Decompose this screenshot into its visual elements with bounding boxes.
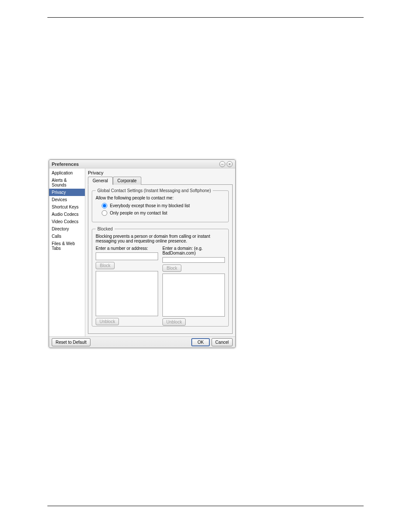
blocked-legend: Blocked [96,227,115,231]
cancel-button[interactable]: Cancel [212,338,233,346]
sidebar-item-files-web-tabs[interactable]: Files & Web Tabs [49,240,85,252]
blocked-columns: Enter a number or address: Block Unblock [96,246,225,325]
dialog-title: Preferences [52,162,218,167]
blocked-number-column: Enter a number or address: Block Unblock [96,246,158,325]
preferences-dialog: Preferences – × Application Alerts & Sou… [49,159,236,348]
blocked-domains-list[interactable] [162,274,225,317]
blocked-domain-column: Enter a domain: (e.g. BadDomain.com) Blo… [162,246,225,325]
dialog-button-bar: Reset to Default OK Cancel [49,336,235,348]
ok-button[interactable]: OK [191,338,209,346]
global-contact-legend: Global Contact Settings (Instant Messagi… [96,188,213,193]
tab-general[interactable]: General [88,177,113,185]
domain-label: Enter a domain: (e.g. BadDomain.com) [162,246,225,255]
radio-everybody[interactable]: Everybody except those in my blocked lis… [102,203,225,208]
blocked-settings: Blocked Blocking prevents a person or do… [92,227,229,327]
tab-content: Global Contact Settings (Instant Messagi… [88,185,233,334]
radio-only-contacts[interactable]: Only people on my contact list [102,210,225,216]
unblock-domain-button[interactable]: Unblock [162,318,186,326]
allow-prompt: Allow the following people to contact me… [96,196,225,200]
sidebar-item-calls[interactable]: Calls [49,233,85,240]
reset-to-default-button[interactable]: Reset to Default [52,338,90,346]
sidebar: Application Alerts & Sounds Privacy Devi… [49,168,85,336]
global-contact-settings: Global Contact Settings (Instant Messagi… [92,188,229,222]
domain-input[interactable] [162,257,225,263]
blocked-description: Blocking prevents a person or domain fro… [96,234,225,243]
sidebar-item-devices[interactable]: Devices [49,196,85,203]
block-number-button[interactable]: Block [96,262,115,269]
sidebar-item-alerts-sounds[interactable]: Alerts & Sounds [49,177,85,189]
number-input[interactable] [96,252,158,260]
page-footer-rule [47,506,364,506]
dialog-body: Application Alerts & Sounds Privacy Devi… [49,168,235,336]
sidebar-item-directory[interactable]: Directory [49,225,85,233]
sidebar-item-audio-codecs[interactable]: Audio Codecs [49,211,85,218]
main-panel: Privacy General Corporate Global Contact… [85,168,235,336]
unblock-number-button[interactable]: Unblock [96,318,119,325]
radio-everybody-label: Everybody except those in my blocked lis… [110,203,190,208]
block-domain-button[interactable]: Block [162,264,181,272]
radio-everybody-input[interactable] [102,203,107,208]
number-label: Enter a number or address: [96,246,158,251]
sidebar-item-application[interactable]: Application [49,169,85,177]
radio-only-contacts-input[interactable] [102,210,107,216]
panel-heading: Privacy [88,170,233,175]
blocked-numbers-list[interactable] [96,271,158,316]
tab-corporate[interactable]: Corporate [113,177,141,185]
titlebar[interactable]: Preferences – × [49,160,235,168]
minimize-icon[interactable]: – [219,161,225,167]
tab-bar: General Corporate [88,176,233,185]
sidebar-item-video-codecs[interactable]: Video Codecs [49,218,85,225]
sidebar-item-privacy[interactable]: Privacy [49,189,85,196]
page-header-rule [47,17,364,18]
radio-only-contacts-label: Only people on my contact list [110,211,167,215]
sidebar-item-shortcut-keys[interactable]: Shortcut Keys [49,203,85,211]
close-icon[interactable]: × [227,161,233,167]
